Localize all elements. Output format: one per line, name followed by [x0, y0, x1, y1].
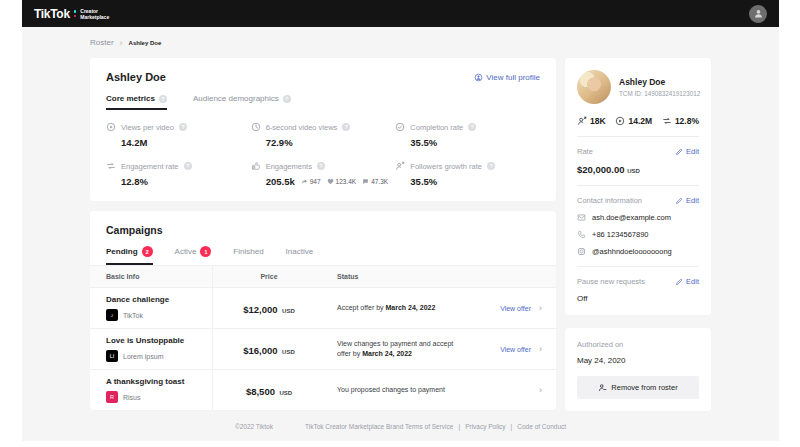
- divider: [577, 136, 699, 137]
- campaigns-table: Basic Info Price Status Dance challenge …: [90, 265, 556, 410]
- followers-stat: 18K: [577, 116, 606, 126]
- brand-name: Lorem ipsum: [123, 353, 163, 360]
- metric-label: Views per video: [121, 123, 174, 132]
- creator-avatar: [577, 70, 611, 104]
- chevron-right-icon[interactable]: ›: [539, 386, 542, 395]
- remove-from-roster-label: Remove from roster: [611, 383, 677, 392]
- campaign-price: $8,500: [246, 386, 275, 397]
- content-area: Ashley Doe View full profile Core metric…: [22, 58, 779, 411]
- edit-pause-link[interactable]: Edit: [675, 277, 699, 286]
- main-column: Ashley Doe View full profile Core metric…: [90, 58, 556, 410]
- tiktok-logo[interactable]: TikTok Creator Marketplace: [34, 7, 109, 21]
- terms-of-service-link[interactable]: TikTok Creator Marketplace Brand Terms o…: [305, 423, 453, 430]
- metric-value: 205.5k: [266, 176, 295, 187]
- tab-pending[interactable]: Pending 2: [106, 246, 153, 265]
- phone-icon: [577, 230, 586, 239]
- metric-value: 35.5%: [410, 137, 437, 148]
- metric-label: Completion rate: [410, 123, 463, 132]
- brand-logo: LI: [106, 350, 118, 362]
- campaign-status: View changes to payment and accept offer…: [325, 339, 470, 359]
- status-text: You proposed changes to payment: [337, 386, 445, 393]
- price-currency: USD: [282, 349, 295, 355]
- user-growth-icon: [395, 161, 405, 171]
- info-icon[interactable]: [487, 162, 495, 170]
- tab-audience-demographics[interactable]: Audience demographics: [193, 94, 291, 110]
- tcm-id: TCM ID: 1490832419123012: [619, 90, 700, 97]
- campaigns-card: Campaigns Pending 2 Active 1 Finished: [90, 211, 556, 410]
- sidebar: Ashley Doe TCM ID: 1490832419123012 18K …: [565, 58, 711, 411]
- profile-metrics-card: Ashley Doe View full profile Core metric…: [90, 58, 556, 201]
- rate-currency: USD: [627, 168, 640, 174]
- metric-value: 12.8%: [121, 176, 148, 187]
- engagement-stat: 12.8%: [662, 116, 699, 126]
- pencil-icon: [675, 278, 683, 286]
- brand-name: Risus: [123, 394, 141, 401]
- info-icon[interactable]: [159, 95, 167, 103]
- edit-contact-link[interactable]: Edit: [675, 196, 699, 205]
- tab-inactive[interactable]: Inactive: [286, 246, 314, 265]
- info-icon[interactable]: [342, 123, 350, 131]
- price-currency: USD: [279, 390, 292, 396]
- edit-label: Edit: [686, 147, 699, 156]
- thumbs-up-icon: [251, 161, 261, 171]
- profile-circle-icon: [474, 73, 483, 82]
- table-row[interactable]: Love is Unstoppable LI Lorem ipsum $16,0…: [90, 328, 556, 369]
- view-offer-link[interactable]: View offer: [500, 346, 531, 353]
- metric-6s-video-views: 6-second video views 72.9%: [251, 122, 396, 148]
- info-icon[interactable]: [283, 95, 291, 103]
- metrics-grid: Views per video 14.2M 6-second video vie…: [106, 122, 540, 187]
- person-icon: [753, 8, 764, 19]
- code-of-conduct-link[interactable]: Code of Conduct: [517, 423, 566, 430]
- privacy-policy-link[interactable]: Privacy Policy: [465, 423, 505, 430]
- table-row[interactable]: Dance challenge ♪ TikTok $12,000 USD: [90, 287, 556, 328]
- creator-stats: 18K 14.2M 12.8%: [577, 116, 699, 126]
- tcm-app: TikTok Creator Marketplace Roster › Ashl…: [22, 0, 779, 441]
- info-icon[interactable]: [317, 162, 325, 170]
- header-basic-info: Basic Info: [90, 266, 213, 287]
- table-row[interactable]: A thanksgiving toast R Risus $8,500 USD: [90, 369, 556, 410]
- edit-rate-link[interactable]: Edit: [675, 147, 699, 156]
- info-icon[interactable]: [184, 162, 192, 170]
- chevron-right-icon[interactable]: ›: [539, 345, 542, 354]
- tab-core-metrics-label: Core metrics: [106, 94, 155, 103]
- contact-instagram-row: @ashhndoelooooooong: [577, 247, 699, 256]
- header-status: Status: [325, 273, 470, 280]
- footer-separator: |: [511, 423, 513, 430]
- campaign-name: Love is Unstoppable: [106, 336, 204, 345]
- followers-value: 18K: [590, 116, 606, 126]
- chevron-right-icon[interactable]: ›: [539, 304, 542, 313]
- brand-logo: ♪: [106, 309, 118, 321]
- tab-core-metrics[interactable]: Core metrics: [106, 94, 167, 110]
- view-full-profile-link[interactable]: View full profile: [474, 73, 540, 82]
- tab-active[interactable]: Active 1: [175, 246, 212, 265]
- pencil-icon: [675, 148, 683, 156]
- tab-active-label: Active: [175, 247, 197, 256]
- creator-summary-card: Ashley Doe TCM ID: 1490832419123012 18K …: [565, 58, 711, 315]
- brand-logo: R: [106, 391, 118, 403]
- campaign-status: Accept offer by March 24, 2022: [325, 303, 470, 313]
- breadcrumb-roster-link[interactable]: Roster: [90, 38, 114, 47]
- pending-count-badge: 2: [142, 246, 153, 257]
- clock-icon: [251, 122, 261, 132]
- view-offer-link[interactable]: View offer: [500, 305, 531, 312]
- metric-engagements: Engagements 205.5k 947: [251, 161, 396, 187]
- metric-value: 35.5%: [410, 176, 437, 187]
- remove-from-roster-button[interactable]: Remove from roster: [577, 376, 699, 399]
- info-icon[interactable]: [179, 123, 187, 131]
- breadcrumb-current: Ashley Doe: [129, 40, 162, 46]
- metric-label: Followers growth rate: [410, 162, 482, 171]
- table-header-row: Basic Info Price Status: [90, 265, 556, 287]
- tab-finished[interactable]: Finished: [233, 246, 263, 265]
- engagement-value: 12.8%: [675, 116, 699, 126]
- remove-user-icon: [598, 383, 607, 392]
- info-icon[interactable]: [468, 123, 476, 131]
- tab-inactive-label: Inactive: [286, 247, 314, 256]
- likes-substat: 123.4K: [327, 178, 357, 185]
- metric-followers-growth-rate: Followers growth rate 35.5%: [395, 161, 540, 187]
- user-avatar[interactable]: [749, 5, 767, 23]
- contact-phone: +86 1234567890: [592, 230, 649, 239]
- campaigns-title: Campaigns: [90, 224, 556, 236]
- header-price: Price: [213, 273, 325, 280]
- play-circle-icon: [615, 116, 625, 126]
- check-circle-icon: [395, 122, 405, 132]
